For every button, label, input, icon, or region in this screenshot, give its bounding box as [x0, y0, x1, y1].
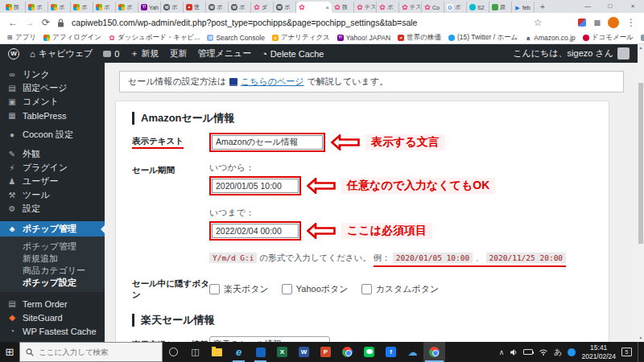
- page-scrollbar[interactable]: ▲ ▼: [638, 44, 644, 342]
- taskbar-app-ie[interactable]: [228, 342, 250, 362]
- browser-tab[interactable]: テス ×: [399, 2, 422, 13]
- bookmark-item[interactable]: (15) Twitter / ホーム: [448, 33, 518, 43]
- sidebar-item-settings[interactable]: ⚙ 設定: [0, 202, 105, 216]
- sidebar-item-users[interactable]: ♟ ユーザー: [0, 175, 105, 188]
- sidebar-item-tools[interactable]: ⚒ ツール: [0, 188, 105, 202]
- browser-tab[interactable]: S2 ×: [467, 2, 489, 13]
- checkbox-icon[interactable]: [209, 284, 220, 294]
- tray-chevron-icon[interactable]: ∧: [499, 348, 505, 356]
- admin-menu-button[interactable]: 管理メニュー: [197, 47, 251, 60]
- browser-tab[interactable]: ポ ×: [116, 2, 138, 13]
- close-button[interactable]: ×: [621, 0, 644, 13]
- browser-tab[interactable]: ダ ×: [251, 2, 274, 13]
- sidebar-item-appearance[interactable]: ✎ 外観: [0, 147, 105, 161]
- forward-icon[interactable]: →: [25, 17, 35, 28]
- checkbox-yahoo-button[interactable]: Yahooボタン: [282, 283, 349, 295]
- ime-indicator[interactable]: あ: [554, 347, 562, 358]
- sale-to-input[interactable]: [212, 224, 299, 238]
- extension-split-icon[interactable]: [578, 19, 586, 27]
- browser-tab[interactable]: Co ×: [422, 2, 444, 13]
- bookmark-item[interactable]: Yahoo! JAPAN: [337, 34, 390, 42]
- taskbar-app-word[interactable]: [293, 342, 315, 362]
- browser-tab[interactable]: Yah ×: [138, 2, 161, 13]
- sidebar-submenu-item[interactable]: 商品カテゴリー: [0, 263, 105, 275]
- sidebar-item-pages[interactable]: ▤ 固定ページ: [0, 81, 105, 95]
- volume-icon[interactable]: [510, 348, 518, 356]
- taskbar-clock[interactable]: 15:41 2021/02/24: [581, 343, 616, 360]
- battery-icon[interactable]: [523, 349, 533, 355]
- checkbox-icon[interactable]: [361, 284, 372, 294]
- taskbar-app-excel[interactable]: [271, 342, 293, 362]
- sidebar-submenu-item[interactable]: ポチップ設定: [0, 275, 105, 287]
- taskbar-app-explorer[interactable]: [206, 342, 228, 362]
- taskbar-app-chrome-active[interactable]: [423, 342, 445, 362]
- taskbar-app-onedrive[interactable]: [402, 342, 423, 362]
- browser-tab[interactable]: ポ ×: [229, 2, 251, 13]
- sidebar-item-comments[interactable]: ▣ コメント: [0, 95, 105, 109]
- browser-tab[interactable]: ポ ×: [206, 2, 229, 13]
- address-bar[interactable]: capiweb150.com/wp-admin/edit.php?post_ty…: [72, 18, 526, 27]
- reload-icon[interactable]: ⟳: [42, 17, 50, 28]
- sidebar-submenu-item[interactable]: ポチップ管理: [0, 239, 105, 251]
- bookmark-item[interactable]: Search Console: [207, 34, 264, 42]
- taskbar-app-notes[interactable]: [250, 342, 271, 362]
- wifi-icon[interactable]: [539, 348, 548, 356]
- checkbox-rakuten-button[interactable]: 楽天ボタン: [209, 283, 269, 295]
- checkbox-icon[interactable]: [282, 284, 292, 294]
- sidebar-item-tablepress[interactable]: ▦ TablePress: [0, 109, 105, 122]
- display-text-input[interactable]: [212, 135, 323, 150]
- taskbar-app-facebook[interactable]: [380, 342, 402, 362]
- checkbox-custom-button[interactable]: カスタムボタン: [361, 283, 440, 295]
- bookmark-item[interactable]: ダッシュボード・キャビ...: [109, 33, 200, 43]
- browser-tab[interactable]: ポ ×: [377, 2, 399, 13]
- delete-cache-button[interactable]: ◔ Delete Cache: [262, 49, 324, 59]
- sidebar-submenu-item[interactable]: 新規追加: [0, 251, 105, 263]
- new-content-button[interactable]: ＋ 新規: [130, 47, 159, 60]
- sidebar-item-cocoon[interactable]: ● Cocoon 設定: [0, 128, 105, 142]
- bookmark-item[interactable]: アプリ: [6, 33, 36, 43]
- taskbar-search[interactable]: [19, 342, 163, 362]
- comments-indicator[interactable]: 0: [103, 49, 119, 59]
- sidebar-item-pochipp-admin[interactable]: ♣ ポチップ管理: [0, 221, 105, 237]
- browser-tab[interactable]: ポ ×: [48, 2, 71, 13]
- sidebar-item-term-order[interactable]: ▤ Term Order: [0, 297, 105, 311]
- tray-app-icon[interactable]: [568, 348, 576, 356]
- start-button[interactable]: ⊞: [0, 346, 19, 358]
- browser-tab[interactable]: ポ ×: [274, 2, 296, 13]
- bookmark-item[interactable]: アナリティクス: [272, 33, 330, 43]
- browser-tab[interactable]: ポ ×: [26, 2, 48, 13]
- taskbar-app-line[interactable]: [358, 342, 380, 362]
- browser-tab[interactable]: ポ ×: [93, 2, 116, 13]
- browser-tab[interactable]: 原 ×: [489, 2, 512, 13]
- maximize-button[interactable]: □: [599, 0, 621, 13]
- taskbar-app-powerpoint[interactable]: [315, 342, 336, 362]
- search-input[interactable]: [39, 348, 143, 356]
- minimize-button[interactable]: —: [576, 0, 599, 13]
- sidebar-item-siteguard[interactable]: ◆ SiteGuard: [0, 311, 105, 324]
- browser-tab[interactable]: 投 ×: [3, 2, 26, 13]
- browser-tab[interactable]: テス ×: [354, 2, 377, 13]
- sidebar-item-plugins[interactable]: ⚡ プラグイン: [0, 161, 105, 175]
- browser-tab[interactable]: 世 ×: [184, 2, 206, 13]
- rakuten-info-input[interactable]: [209, 336, 330, 342]
- profile-avatar[interactable]: [608, 17, 619, 28]
- sidebar-item-links[interactable]: ∞ リンク: [0, 68, 105, 81]
- scrollbar-thumb[interactable]: [638, 83, 643, 244]
- bookmark-item[interactable]: Amazon.co.jp: [525, 34, 576, 42]
- taskbar-app-cortana[interactable]: [163, 342, 184, 362]
- bookmark-item[interactable]: 伝助（令和3年度...: [641, 33, 644, 43]
- scroll-up-icon[interactable]: ▲: [638, 44, 644, 51]
- action-center-icon[interactable]: 5: [621, 348, 632, 356]
- browser-tab[interactable]: ×: [296, 2, 332, 13]
- site-name-link[interactable]: ⌂ キャビウェブ: [30, 47, 93, 60]
- tab-close-icon[interactable]: ×: [325, 4, 329, 11]
- bookmark-star-icon[interactable]: ☆: [534, 17, 543, 28]
- back-icon[interactable]: ←: [8, 17, 18, 28]
- bookmark-item[interactable]: ドコモメール: [583, 33, 634, 43]
- taskbar-app-chrome[interactable]: [336, 342, 358, 362]
- sale-from-input[interactable]: [212, 179, 299, 193]
- updates-button[interactable]: 更新: [169, 47, 187, 60]
- extensions-puzzle-icon[interactable]: ▩: [593, 19, 601, 27]
- taskbar-app-taskview[interactable]: [184, 342, 206, 362]
- browser-tab[interactable]: ポ ×: [161, 2, 184, 13]
